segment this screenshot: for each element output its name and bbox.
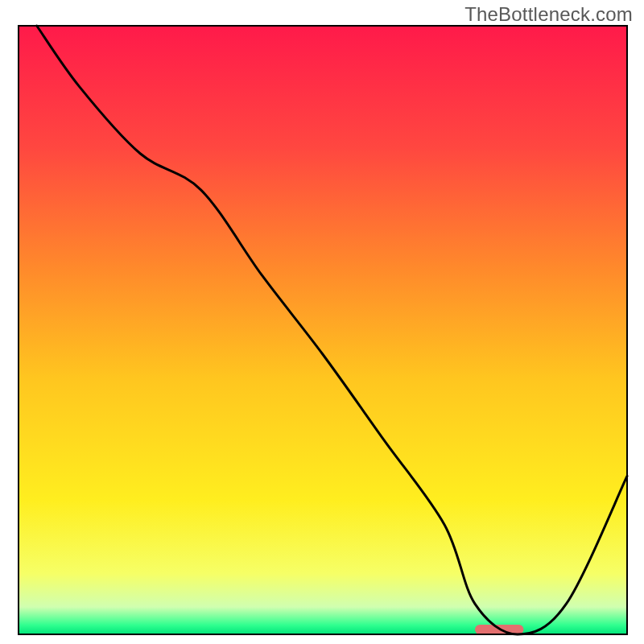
plot-background <box>19 26 627 634</box>
bottleneck-chart <box>0 0 644 644</box>
watermark-text: TheBottleneck.com <box>464 3 633 26</box>
chart-container: TheBottleneck.com <box>0 0 644 644</box>
